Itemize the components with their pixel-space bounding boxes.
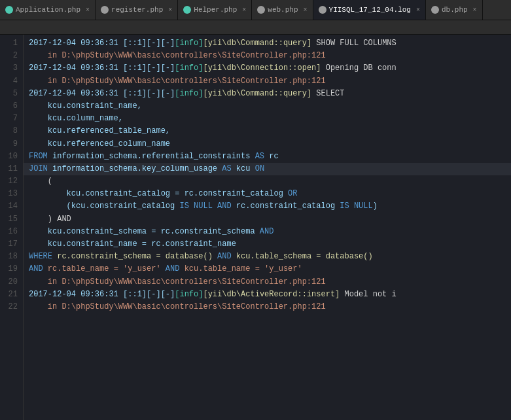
code-line-13: kcu.constraint_catalog = rc.constraint_c… bbox=[24, 188, 511, 200]
tab-icon-yiisql bbox=[319, 6, 326, 14]
line-number-9: 9 bbox=[3, 138, 18, 150]
code-line-2: in D:\phpStudy\WWW\basic\controllers\Sit… bbox=[24, 50, 511, 62]
line-number-22: 22 bbox=[3, 301, 18, 313]
tab-icon-register bbox=[101, 6, 109, 14]
code-line-5: 2017-12-04 09:36:31 [::1][-][-][info][yi… bbox=[24, 88, 511, 100]
line-number-3: 3 bbox=[3, 62, 18, 75]
tab-close-yiisql[interactable]: × bbox=[416, 7, 420, 14]
code-line-3: 2017-12-04 09:36:31 [::1][-][-][info][yi… bbox=[24, 62, 511, 75]
code-line-20: in D:\phpStudy\WWW\basic\controllers\Sit… bbox=[24, 276, 511, 289]
tab-close-register[interactable]: × bbox=[168, 7, 172, 14]
code-line-12: ( bbox=[24, 175, 511, 188]
tab-close-application[interactable]: × bbox=[86, 7, 90, 14]
line-numbers: 12345678910111213141516171819202122 bbox=[0, 35, 24, 420]
tab-application[interactable]: Application.php× bbox=[0, 0, 96, 20]
tab-label-application: Application.php bbox=[16, 6, 80, 14]
plugin-bar bbox=[0, 20, 511, 35]
code-line-17: kcu.constraint_name = rc.constraint_name bbox=[24, 238, 511, 251]
tab-label-web: web.php bbox=[268, 6, 298, 14]
editor-area: 12345678910111213141516171819202122 2017… bbox=[0, 35, 511, 420]
code-line-4: in D:\phpStudy\WWW\basic\controllers\Sit… bbox=[24, 75, 511, 88]
tab-close-helper[interactable]: × bbox=[242, 7, 246, 14]
tab-helper[interactable]: Helper.php× bbox=[178, 0, 252, 20]
code-content[interactable]: 2017-12-04 09:36:31 [::1][-][-][info][yi… bbox=[24, 35, 511, 420]
line-number-19: 19 bbox=[3, 263, 18, 275]
code-line-10: FROM information_schema.referential_cons… bbox=[24, 150, 511, 163]
code-line-15: ) AND bbox=[24, 213, 511, 226]
tab-icon-helper bbox=[183, 6, 191, 14]
line-number-5: 5 bbox=[3, 88, 18, 100]
tab-yiisql[interactable]: YIISQL_17_12_04.log× bbox=[313, 0, 426, 20]
line-number-21: 21 bbox=[3, 289, 18, 301]
line-number-20: 20 bbox=[3, 276, 18, 289]
tab-close-web[interactable]: × bbox=[304, 7, 308, 14]
line-number-17: 17 bbox=[3, 238, 18, 251]
tab-web[interactable]: web.php× bbox=[252, 0, 313, 20]
tab-bar: Application.php×register.php×Helper.php×… bbox=[0, 0, 511, 20]
line-number-12: 12 bbox=[3, 175, 18, 188]
line-number-15: 15 bbox=[3, 213, 18, 226]
tab-icon-web bbox=[257, 6, 265, 14]
line-number-1: 1 bbox=[3, 37, 18, 50]
line-number-18: 18 bbox=[3, 251, 18, 263]
code-line-7: kcu.column_name, bbox=[24, 113, 511, 125]
line-number-14: 14 bbox=[3, 200, 18, 213]
line-number-2: 2 bbox=[3, 50, 18, 62]
tab-label-db: db.php bbox=[442, 6, 468, 14]
line-number-8: 8 bbox=[3, 125, 18, 137]
line-number-11: 11 bbox=[3, 163, 18, 175]
line-number-7: 7 bbox=[3, 113, 18, 125]
code-line-21: 2017-12-04 09:36:31 [::1][-][-][info][yi… bbox=[24, 289, 511, 301]
tab-db[interactable]: db.php× bbox=[426, 0, 483, 20]
tab-icon-db bbox=[431, 6, 439, 14]
tab-close-db[interactable]: × bbox=[473, 7, 477, 14]
code-line-16: kcu.constraint_schema = rc.constraint_sc… bbox=[24, 226, 511, 238]
tab-register[interactable]: register.php× bbox=[96, 0, 178, 20]
line-number-6: 6 bbox=[3, 100, 18, 113]
line-number-4: 4 bbox=[3, 75, 18, 88]
code-line-11: JOIN information_schema.key_column_usage… bbox=[24, 163, 511, 175]
code-line-14: (kcu.constraint_catalog IS NULL AND rc.c… bbox=[24, 200, 511, 213]
tab-label-yiisql: YIISQL_17_12_04.log bbox=[329, 6, 411, 14]
code-line-1: 2017-12-04 09:36:31 [::1][-][-][info][yi… bbox=[24, 37, 511, 50]
line-number-10: 10 bbox=[3, 150, 18, 163]
tab-label-helper: Helper.php bbox=[194, 6, 237, 14]
code-line-22: in D:\phpStudy\WWW\basic\controllers\Sit… bbox=[24, 301, 511, 313]
code-line-9: kcu.referenced_column_name bbox=[24, 138, 511, 150]
code-line-8: kcu.referenced_table_name, bbox=[24, 125, 511, 137]
tab-icon-application bbox=[5, 6, 13, 14]
code-line-19: AND rc.table_name = 'y_user' AND kcu.tab… bbox=[24, 263, 511, 275]
code-line-18: WHERE rc.constraint_schema = database() … bbox=[24, 251, 511, 263]
line-number-13: 13 bbox=[3, 188, 18, 200]
code-line-6: kcu.constraint_name, bbox=[24, 100, 511, 113]
tab-label-register: register.php bbox=[111, 6, 163, 14]
line-number-16: 16 bbox=[3, 226, 18, 238]
